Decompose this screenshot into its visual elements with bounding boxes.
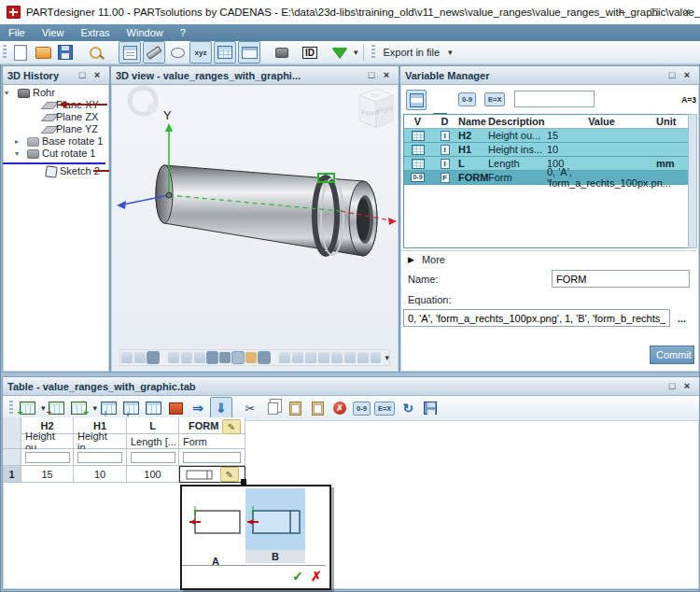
view-top-icon[interactable] [331, 352, 343, 363]
vm-equation-more-button[interactable]: ... [678, 313, 686, 324]
wireframe-view-icon[interactable] [121, 352, 133, 363]
cut-button[interactable]: ✂ [240, 398, 260, 418]
apply-right-button[interactable]: ⇒ [188, 398, 208, 418]
cube-tool-icon[interactable] [259, 352, 270, 363]
menu-file[interactable]: File [0, 24, 34, 41]
popup-ok-button[interactable]: ✓ [292, 569, 303, 584]
tree-collapse-icon[interactable]: ▸ [15, 135, 19, 148]
close-button[interactable]: × [677, 0, 697, 24]
rotate-tool-icon[interactable] [181, 352, 192, 363]
search-table-button[interactable] [143, 398, 163, 418]
filter-input-form[interactable] [183, 452, 241, 463]
editor-anchor-handle[interactable] [241, 479, 246, 485]
toggle-variables-button[interactable]: xyz [189, 41, 212, 63]
refresh-button[interactable]: ↻ [398, 398, 418, 418]
add-row-caret-icon[interactable]: ▾ [41, 403, 46, 413]
copy-button[interactable] [262, 398, 283, 418]
vm-maximize-icon[interactable]: □ [665, 66, 679, 84]
popup-cancel-button[interactable]: ✗ [311, 569, 322, 584]
zoom-button[interactable] [85, 42, 105, 63]
tree-expand-icon[interactable]: ▾ [15, 148, 19, 160]
history-close-icon[interactable]: × [90, 66, 105, 84]
table-maximize-icon[interactable]: □ [665, 377, 679, 395]
delete-row-button[interactable]: − [47, 398, 67, 418]
menu-view[interactable]: View [34, 24, 73, 41]
vm-more-expander[interactable]: ▶ More [408, 254, 445, 265]
menu-help[interactable]: ? [172, 24, 194, 41]
table-close-icon[interactable]: × [679, 377, 694, 395]
hidden-line-view-icon[interactable] [134, 352, 146, 363]
table-expression-toggle-button[interactable]: E=X [374, 402, 395, 416]
menu-window[interactable]: Window [119, 24, 172, 41]
paste-special-button[interactable] [307, 398, 328, 418]
3d-viewport[interactable]: Top Front Right Y [111, 84, 397, 345]
col-unit[interactable]: Unit [656, 116, 687, 127]
id-button[interactable]: ID [300, 42, 320, 63]
move-row-down-button[interactable]: ↓ [120, 398, 141, 418]
view-front-icon[interactable] [279, 352, 290, 363]
3d-part-button[interactable] [272, 42, 292, 63]
view3d-maximize-icon[interactable]: □ [364, 66, 379, 84]
table-values-toggle-button[interactable]: 0-9 [353, 402, 371, 416]
sort-button[interactable] [165, 398, 186, 418]
vm-search-input[interactable] [514, 91, 595, 107]
filter-input-h1[interactable] [77, 452, 122, 463]
vm-rows-view-button[interactable] [406, 90, 427, 110]
generate-caret-icon[interactable]: ▾ [354, 48, 358, 57]
navigation-cube[interactable]: Top Front Right [359, 89, 394, 128]
save-table-button[interactable] [420, 398, 441, 418]
delete-cells-button[interactable]: ✗ [329, 398, 350, 418]
save-button[interactable] [55, 42, 76, 63]
history-maximize-icon[interactable]: □ [75, 66, 90, 84]
open-file-button[interactable] [33, 42, 53, 63]
export-in-file-button[interactable]: Export in file [378, 47, 446, 58]
vm-scrollbar[interactable] [688, 114, 697, 248]
col-value[interactable]: Value [547, 116, 656, 127]
cylinder-model[interactable] [156, 165, 377, 256]
col-description[interactable]: Description [488, 116, 547, 127]
screen-tool-icon[interactable] [207, 352, 218, 363]
view-iso-icon[interactable] [357, 352, 369, 363]
vm-assign-button[interactable]: A=3 [681, 95, 696, 105]
view-iso2-icon[interactable] [371, 352, 382, 363]
vm-equation-input[interactable] [403, 309, 670, 327]
vm-values-toggle-button[interactable]: 0-9 [458, 92, 476, 106]
col-name[interactable]: Name [458, 116, 488, 127]
cell-form-editor[interactable]: ✎ [179, 466, 245, 483]
insert-row-button[interactable]: + [69, 398, 90, 418]
paste-button[interactable] [285, 398, 305, 418]
vm-expression-toggle-button[interactable]: E=X [484, 92, 505, 106]
vm-row-form[interactable]: 0-9 F FORM Form 0, 'A', 'form_a_rechts_1… [404, 171, 689, 185]
form-option-b[interactable]: B [245, 488, 305, 563]
new-file-button[interactable] [10, 42, 31, 63]
form-option-a[interactable]: A [188, 492, 244, 563]
form-column-edit-button[interactable]: ✎ [222, 419, 241, 434]
col-v[interactable]: V [404, 116, 431, 127]
col-header-l[interactable]: L [127, 417, 179, 434]
commit-button[interactable]: Commit [650, 345, 694, 364]
row-number-cell[interactable]: 1 [3, 466, 21, 483]
toggle-dialog-button[interactable] [238, 41, 260, 63]
vm-close-icon[interactable]: × [679, 66, 694, 84]
vm-row-h2[interactable]: I H2 Height ou... 15 [404, 129, 689, 143]
tree-expand-icon[interactable]: ▾ [5, 87, 8, 99]
menu-extras[interactable]: Extras [72, 24, 118, 41]
move-row-up-button[interactable]: ↑ [98, 398, 119, 418]
filter-input-h2[interactable] [25, 452, 70, 463]
maximize-button[interactable]: □ [644, 0, 665, 24]
pane-tool-icon[interactable] [232, 352, 244, 363]
form-cell-edit-button[interactable]: ✎ [220, 467, 239, 482]
cell-h1[interactable]: 10 [74, 466, 127, 483]
insert-row-caret-icon[interactable]: ▾ [93, 403, 98, 413]
export-caret-icon[interactable]: ▾ [448, 48, 453, 57]
view-right-icon[interactable] [318, 352, 329, 363]
view3d-close-icon[interactable]: × [379, 66, 394, 84]
view-bottom-icon[interactable] [344, 352, 356, 363]
view-left-icon[interactable] [305, 352, 316, 363]
apply-down-button[interactable]: ⇓ [210, 397, 232, 419]
material-tool-icon[interactable] [245, 352, 257, 363]
zoom-tool-icon[interactable] [168, 352, 179, 363]
light-tool-icon[interactable] [194, 352, 205, 363]
view-back-icon[interactable] [292, 352, 303, 363]
filter-input-l[interactable] [131, 452, 175, 463]
